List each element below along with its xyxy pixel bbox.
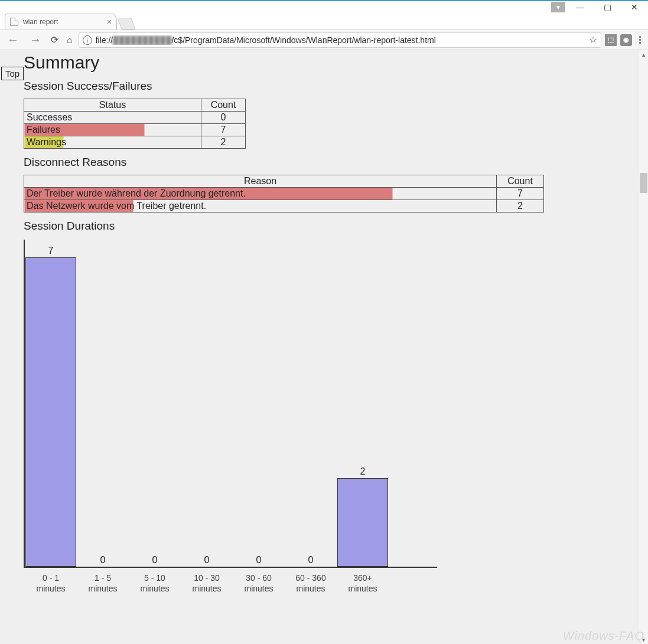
page-icon	[10, 18, 18, 26]
session-table: Status Count Successes0Failures7Warnings…	[24, 99, 246, 149]
bar-rect	[25, 257, 76, 567]
browser-tab[interactable]: wlan report ×	[5, 14, 117, 30]
scroll-up-icon[interactable]: ▴	[639, 50, 648, 59]
extension-icon[interactable]: ◉	[620, 34, 632, 46]
count-cell: 7	[497, 188, 544, 200]
scroll-thumb[interactable]	[640, 173, 647, 193]
tab-strip: wlan report ×	[0, 12, 648, 30]
reason-cell: Das Netzwerk wurde vom Treiber getrennt.	[24, 200, 497, 213]
col-count: Count	[201, 99, 246, 112]
minimize-button[interactable]: —	[566, 1, 594, 12]
reload-icon[interactable]: ⟳	[48, 34, 61, 45]
table-row: Das Netzwerk wurde vom Treiber getrennt.…	[24, 200, 544, 213]
bar-value-label: 0	[256, 555, 262, 565]
page-viewport: Top Summary Session Success/Failures Sta…	[0, 50, 648, 644]
bar-category-label: 0 - 1minutes	[25, 573, 77, 594]
pdf-extension-icon[interactable]: ⬚	[605, 34, 617, 46]
bar-category-label: 60 - 360minutes	[285, 573, 337, 594]
bar-value-label: 2	[360, 466, 366, 477]
new-tab-button[interactable]	[117, 18, 135, 30]
bookmark-star-icon[interactable]: ☆	[589, 34, 597, 45]
col-status: Status	[24, 99, 201, 112]
browser-menu-icon[interactable]	[636, 36, 644, 44]
address-bar[interactable]: i file://██████████/c$/ProgramData/Micro…	[79, 32, 601, 48]
heading-summary: Summary	[24, 53, 648, 73]
tab-title: wlan report	[23, 18, 58, 26]
bar-value-label: 7	[48, 246, 54, 256]
disconnect-table: Reason Count Der Treiber wurde während d…	[24, 175, 544, 213]
chart-bar: 7	[25, 240, 77, 567]
bar-value-label: 0	[100, 555, 106, 565]
count-cell: 0	[201, 112, 246, 124]
user-icon[interactable]: ▾	[551, 2, 565, 12]
bar-value-label: 0	[204, 555, 210, 565]
chart-bar: 2	[337, 240, 389, 567]
bar-value-label: 0	[152, 555, 158, 565]
bar-value-label: 0	[308, 555, 314, 565]
home-icon[interactable]: ⌂	[64, 35, 75, 45]
chart-bar: 0	[129, 240, 181, 567]
count-cell: 2	[201, 136, 246, 149]
watermark: Windows-FAQ	[563, 629, 644, 643]
table-row: Failures7	[24, 124, 246, 136]
table-row: Der Treiber wurde während der Zuordnung …	[24, 188, 544, 200]
window-titlebar: ▾ — ▢ ✕	[0, 0, 648, 12]
vertical-scrollbar[interactable]: ▴ ▾	[639, 50, 648, 644]
close-tab-icon[interactable]: ×	[107, 17, 112, 27]
session-durations-chart: 7000002 0 - 1minutes1 - 5minutes5 - 10mi…	[24, 240, 437, 594]
status-cell: Warnings	[24, 136, 201, 149]
top-link[interactable]: Top	[1, 67, 24, 80]
chart-bar: 0	[77, 240, 129, 567]
chart-bar: 0	[233, 240, 285, 567]
url-text: file://██████████/c$/ProgramData/Microso…	[96, 35, 436, 45]
nav-forward-icon[interactable]: →	[26, 33, 45, 47]
bar-category-label: 1 - 5minutes	[77, 573, 129, 594]
bar-rect	[337, 478, 388, 567]
chart-bar: 0	[285, 240, 337, 567]
count-cell: 2	[497, 200, 544, 213]
col-count: Count	[497, 175, 544, 188]
status-cell: Successes	[24, 112, 201, 124]
heading-disconnect: Disconnect Reasons	[24, 156, 648, 169]
page-content: Top Summary Session Success/Failures Sta…	[0, 50, 648, 594]
bar-category-label: 30 - 60minutes	[233, 573, 285, 594]
site-info-icon[interactable]: i	[83, 35, 92, 45]
close-window-button[interactable]: ✕	[621, 1, 648, 12]
bar-category-label: 360+minutes	[337, 573, 389, 594]
chart-xaxis	[24, 567, 437, 568]
browser-toolbar: ← → ⟳ ⌂ i file://██████████/c$/ProgramDa…	[0, 30, 648, 50]
nav-back-icon[interactable]: ←	[4, 33, 22, 47]
heading-durations: Session Durations	[24, 220, 648, 233]
maximize-button[interactable]: ▢	[594, 1, 621, 12]
table-row: Warnings2	[24, 136, 246, 149]
status-cell: Failures	[24, 124, 201, 136]
reason-cell: Der Treiber wurde während der Zuordnung …	[24, 188, 497, 200]
chart-bar: 0	[181, 240, 233, 567]
bar-category-label: 5 - 10minutes	[129, 573, 181, 594]
bar-category-label: 10 - 30minutes	[181, 573, 233, 594]
count-cell: 7	[201, 124, 246, 136]
table-row: Successes0	[24, 112, 246, 124]
col-reason: Reason	[24, 175, 497, 188]
heading-session-successes: Session Success/Failures	[24, 80, 648, 93]
